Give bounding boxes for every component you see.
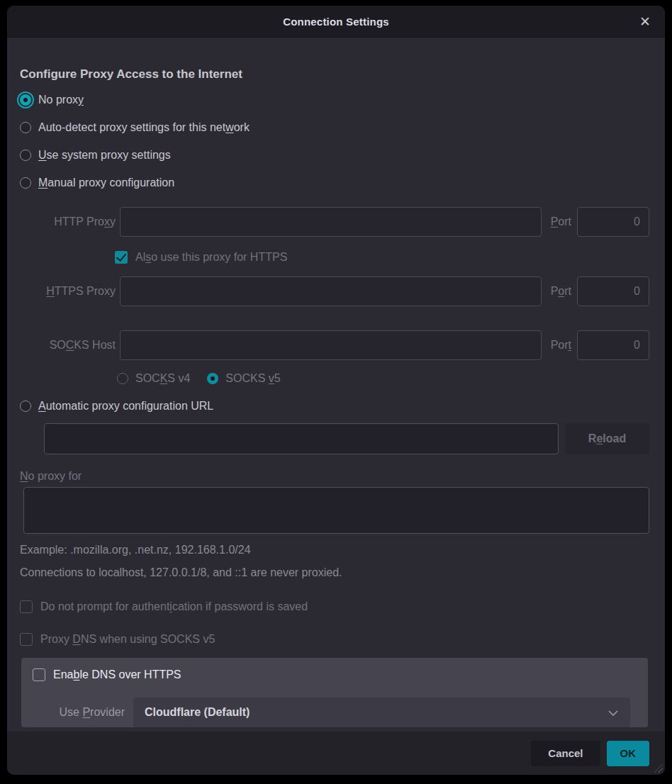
dialog-footer: Cancel OK bbox=[7, 732, 665, 775]
socks-host-label: SOCKS Host bbox=[20, 339, 116, 352]
radio-auto-detect[interactable]: Auto-detect proxy settings for this netw… bbox=[20, 119, 649, 136]
dialog-title: Connection Settings bbox=[283, 16, 389, 28]
radio-unselected-icon[interactable] bbox=[20, 401, 31, 412]
socks-v4-label: SOCKS v4 bbox=[135, 372, 190, 385]
radio-unselected-icon[interactable] bbox=[20, 150, 31, 161]
http-port-input bbox=[577, 207, 649, 237]
resize-grip[interactable] bbox=[651, 761, 663, 773]
also-https-checkbox-row: Also use this proxy for HTTPS bbox=[115, 250, 649, 265]
unchecked-checkbox-icon bbox=[20, 633, 33, 646]
http-proxy-input bbox=[120, 207, 542, 237]
no-proxy-note-text: Connections to localhost, 127.0.0.1/8, a… bbox=[20, 566, 649, 579]
enable-doh-checkbox-row[interactable]: Enable DNS over HTTPS bbox=[33, 667, 630, 683]
radio-manual[interactable]: Manual proxy configuration bbox=[20, 174, 649, 191]
dialog-content: Configure Proxy Access to the Internet N… bbox=[7, 38, 665, 732]
socks-v5-label: SOCKS v5 bbox=[225, 372, 280, 385]
radio-auto-url[interactable]: Automatic proxy configuration URL bbox=[20, 398, 649, 415]
page-title: Configure Proxy Access to the Internet bbox=[20, 67, 649, 82]
radio-manual-label: Manual proxy configuration bbox=[38, 177, 174, 189]
radio-selected-icon[interactable] bbox=[20, 94, 31, 106]
use-provider-label: Use Provider bbox=[33, 706, 125, 719]
radio-use-system[interactable]: Use system proxy settings bbox=[20, 147, 649, 164]
radio-selected-icon bbox=[207, 373, 218, 384]
https-proxy-input bbox=[120, 276, 542, 306]
unchecked-checkbox-icon[interactable] bbox=[33, 668, 45, 681]
proxy-dns-checkbox-row: Proxy DNS when using SOCKS v5 bbox=[20, 632, 649, 647]
radio-use-system-label: Use system proxy settings bbox=[38, 149, 171, 162]
socks-port-label: Port bbox=[551, 339, 571, 352]
radio-auto-detect-label: Auto-detect proxy settings for this netw… bbox=[38, 121, 250, 134]
http-port-label: Port bbox=[551, 215, 571, 228]
close-icon[interactable]: ✕ bbox=[635, 6, 655, 38]
enable-doh-label: Enable DNS over HTTPS bbox=[53, 668, 181, 681]
auto-url-input bbox=[44, 423, 559, 454]
proxy-dns-label: Proxy DNS when using SOCKS v5 bbox=[40, 633, 215, 646]
dialog-titlebar: Connection Settings ✕ bbox=[7, 6, 665, 38]
unchecked-checkbox-icon bbox=[20, 600, 33, 613]
socks-host-input bbox=[120, 330, 542, 360]
no-prompt-auth-label: Do not prompt for authentication if pass… bbox=[40, 600, 308, 613]
https-port-label: Port bbox=[551, 285, 571, 298]
cancel-button[interactable]: Cancel bbox=[531, 741, 600, 766]
no-prompt-auth-checkbox-row: Do not prompt for authentication if pass… bbox=[20, 599, 649, 615]
http-proxy-label: HTTP Proxy bbox=[20, 215, 116, 228]
radio-unselected-icon bbox=[117, 373, 128, 384]
no-proxy-for-label: No proxy for bbox=[20, 470, 649, 483]
radio-auto-url-label: Automatic proxy configuration URL bbox=[38, 400, 213, 413]
connection-settings-dialog: Connection Settings ✕ Configure Proxy Ac… bbox=[7, 6, 665, 775]
reload-button: Reload bbox=[565, 423, 649, 454]
also-https-label: Also use this proxy for HTTPS bbox=[135, 251, 287, 264]
provider-dropdown: Cloudflare (Default) bbox=[133, 698, 630, 727]
checked-checkbox-icon bbox=[115, 251, 128, 264]
no-proxy-example-text: Example: .mozilla.org, .net.nz, 192.168.… bbox=[20, 544, 649, 556]
socks-port-input bbox=[577, 330, 649, 360]
radio-unselected-icon[interactable] bbox=[20, 122, 31, 133]
radio-no-proxy-label: No proxy bbox=[38, 94, 84, 106]
chevron-down-icon bbox=[607, 707, 619, 720]
provider-dropdown-value: Cloudflare (Default) bbox=[145, 706, 250, 719]
radio-no-proxy[interactable]: No proxy bbox=[20, 91, 649, 108]
https-port-input bbox=[577, 276, 649, 306]
https-proxy-label: HTTPS Proxy bbox=[20, 285, 116, 298]
doh-section: Enable DNS over HTTPS Use Provider Cloud… bbox=[21, 658, 648, 727]
radio-unselected-icon[interactable] bbox=[20, 177, 31, 189]
no-proxy-for-textarea bbox=[23, 487, 649, 534]
ok-button[interactable]: OK bbox=[607, 741, 650, 766]
